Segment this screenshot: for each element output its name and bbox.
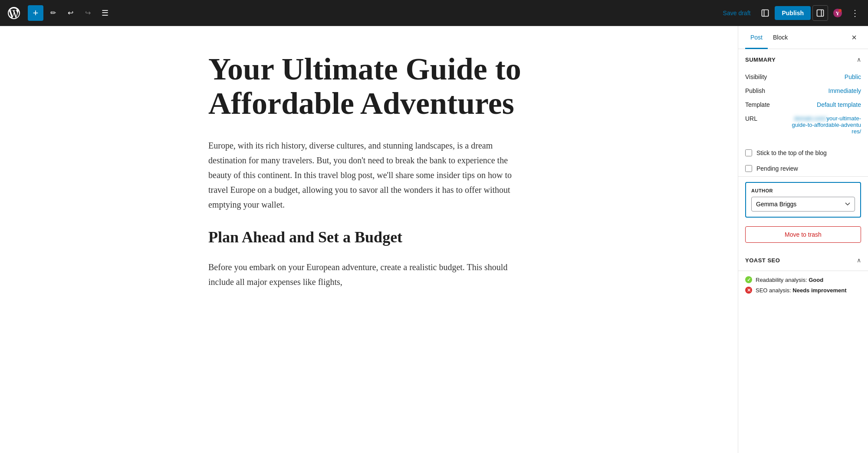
post-body: Europe, with its rich history, diverse c…	[208, 138, 529, 289]
pending-review-checkbox[interactable]	[745, 165, 752, 172]
author-section: AUTHOR Gemma Briggs Admin Editor	[745, 182, 861, 218]
view-button[interactable]	[757, 5, 773, 21]
tab-post[interactable]: Post	[745, 26, 768, 49]
sidebar: Post Block × Summary ∧ Visibility Public…	[738, 26, 868, 453]
post-title[interactable]: Your Ultimate Guide to Affordable Advent…	[208, 52, 529, 121]
sidebar-tabs: Post Block ×	[738, 26, 868, 49]
publish-row: Publish Immediately	[745, 84, 861, 98]
publish-value[interactable]: Immediately	[829, 87, 861, 94]
svg-rect-0	[762, 10, 769, 16]
stick-top-checkbox[interactable]	[745, 149, 752, 156]
seo-value: Needs improvement	[792, 287, 846, 294]
summary-fields: Visibility Public Publish Immediately Te…	[738, 70, 868, 145]
seo-label: SEO analysis:	[756, 287, 791, 294]
readability-text: Readability analysis: Good	[756, 277, 823, 283]
stick-top-row: Stick to the top of the blog	[738, 145, 868, 161]
edit-button[interactable]: ✏	[45, 5, 61, 21]
url-row: URL domain.com/your-ultimate-guide-to-af…	[745, 112, 861, 138]
visibility-row: Visibility Public	[745, 70, 861, 84]
readability-dot-icon: ✓	[745, 276, 752, 283]
undo-button[interactable]: ↩	[62, 5, 78, 21]
author-select[interactable]: Gemma Briggs Admin Editor	[751, 197, 855, 212]
template-label: Template	[745, 101, 776, 108]
url-blurred-part: domain.com/	[794, 115, 826, 122]
summary-heading: Summary	[745, 56, 776, 63]
seo-text: SEO analysis: Needs improvement	[756, 287, 847, 294]
redo-button[interactable]: ↪	[80, 5, 95, 21]
close-sidebar-button[interactable]: ×	[847, 30, 861, 44]
template-row: Template Default template	[745, 98, 861, 112]
readability-value: Good	[809, 277, 823, 283]
subheading-1[interactable]: Plan Ahead and Set a Budget	[208, 224, 529, 251]
svg-point-7	[838, 9, 842, 12]
readability-item: ✓ Readability analysis: Good	[745, 276, 861, 283]
pending-review-label: Pending review	[756, 165, 798, 172]
tab-block[interactable]: Block	[768, 26, 793, 49]
summary-header[interactable]: Summary ∧	[738, 49, 868, 70]
more-options-button[interactable]: ⋮	[847, 5, 863, 21]
sidebar-toggle-button[interactable]	[812, 5, 828, 21]
yoast-heading: Yoast SEO	[745, 257, 780, 264]
visibility-value[interactable]: Public	[845, 73, 861, 80]
yoast-seo-section: Yoast SEO ∧ ✓ Readability analysis: Good…	[738, 250, 868, 302]
url-value[interactable]: domain.com/your-ultimate-guide-to-afford…	[792, 115, 861, 135]
editor-area: Your Ultimate Guide to Affordable Advent…	[0, 26, 738, 453]
yoast-chevron-icon: ∧	[857, 257, 861, 264]
toolbar: + ✏ ↩ ↪ ☰ Save draft Publish Y ⋮	[0, 0, 868, 26]
pending-review-row: Pending review	[738, 161, 868, 176]
publish-button[interactable]: Publish	[775, 6, 811, 20]
seo-item: ✕ SEO analysis: Needs improvement	[745, 287, 861, 294]
save-draft-button[interactable]: Save draft	[718, 6, 756, 20]
visibility-label: Visibility	[745, 73, 776, 80]
readability-label: Readability analysis:	[756, 277, 807, 283]
editor-content: Your Ultimate Guide to Affordable Advent…	[208, 52, 529, 427]
template-value[interactable]: Default template	[817, 101, 861, 108]
list-view-button[interactable]: ☰	[97, 5, 113, 21]
wordpress-logo[interactable]	[5, 4, 23, 22]
summary-chevron-icon: ∧	[857, 56, 861, 63]
url-label: URL	[745, 115, 776, 122]
publish-label: Publish	[745, 87, 776, 94]
yoast-header[interactable]: Yoast SEO ∧	[738, 250, 868, 271]
add-block-button[interactable]: +	[28, 5, 43, 21]
seo-dot-icon: ✕	[745, 287, 752, 294]
paragraph-2[interactable]: Before you embark on your European adven…	[208, 260, 529, 289]
move-to-trash-button[interactable]: Move to trash	[745, 226, 861, 243]
yoast-button[interactable]: Y	[830, 5, 845, 21]
stick-top-label: Stick to the top of the blog	[756, 149, 827, 156]
author-heading: AUTHOR	[751, 188, 855, 193]
yoast-items: ✓ Readability analysis: Good ✕ SEO analy…	[738, 271, 868, 302]
paragraph-1[interactable]: Europe, with its rich history, diverse c…	[208, 138, 529, 212]
main-layout: Your Ultimate Guide to Affordable Advent…	[0, 26, 868, 453]
summary-section: Summary ∧ Visibility Public Publish Imme…	[738, 49, 868, 177]
svg-rect-2	[817, 10, 824, 16]
